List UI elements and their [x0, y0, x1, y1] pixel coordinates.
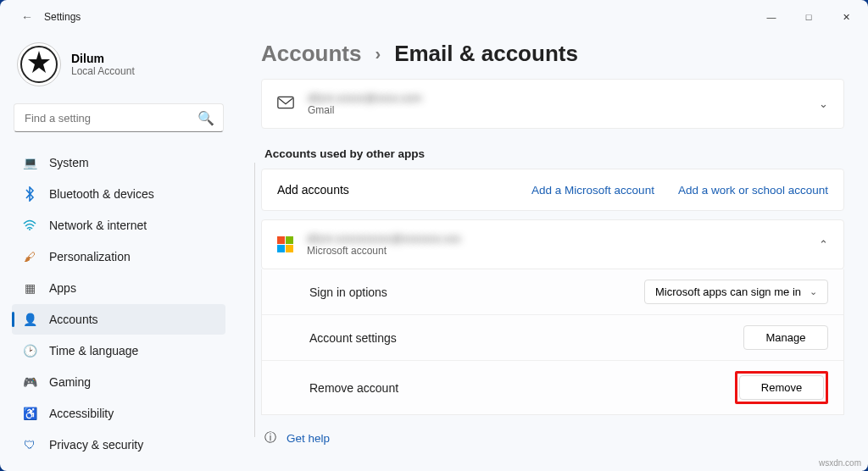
add-accounts-label: Add accounts — [277, 183, 508, 197]
microsoft-logo-icon — [277, 236, 293, 252]
highlight-box: Remove — [735, 371, 828, 404]
clock-icon: 🕑 — [22, 343, 37, 358]
nav-label: Time & language — [49, 344, 138, 357]
nav-privacy[interactable]: 🛡Privacy & security — [12, 429, 225, 460]
gmail-provider: Gmail — [308, 104, 805, 116]
account-settings-label: Account settings — [309, 331, 743, 345]
brush-icon: 🖌 — [22, 249, 37, 264]
nav-system[interactable]: 💻System — [12, 147, 225, 178]
section-other-apps-title: Accounts used by other apps — [261, 129, 844, 169]
shield-icon: 🛡 — [22, 437, 37, 452]
profile-block[interactable]: Dilum Local Account — [10, 34, 227, 100]
get-help-label: Get help — [287, 432, 330, 445]
microsoft-account-card[interactable]: dilum.xxxxxxxxxx@xxxxxxx.xxx Microsoft a… — [261, 219, 844, 269]
gaming-icon: 🎮 — [22, 374, 37, 390]
monitor-icon: 💻 — [22, 155, 37, 170]
page-title: Email & accounts — [394, 41, 578, 67]
nav-label: System — [49, 156, 89, 169]
profile-subtitle: Local Account — [71, 65, 135, 77]
nav-label: Network & internet — [49, 219, 147, 232]
titlebar: ← Settings — □ ✕ — [0, 0, 868, 34]
signin-options-dropdown[interactable]: Microsoft apps can sign me in ⌄ — [644, 280, 828, 304]
breadcrumb-root[interactable]: Accounts — [261, 41, 361, 67]
nav-label: Accessibility — [49, 407, 114, 420]
nav-network[interactable]: Network & internet — [12, 210, 225, 241]
ms-provider: Microsoft account — [307, 245, 805, 257]
signin-options-label: Sign in options — [309, 285, 644, 299]
add-work-school-account-link[interactable]: Add a work or school account — [678, 184, 828, 197]
wifi-icon — [22, 218, 37, 233]
mail-icon — [277, 96, 294, 113]
nav-label: Privacy & security — [49, 438, 143, 452]
nav-accessibility[interactable]: ♿Accessibility — [12, 398, 225, 429]
nav-accounts[interactable]: 👤Accounts — [12, 304, 225, 335]
remove-account-label: Remove account — [309, 381, 735, 395]
nav-personalization[interactable]: 🖌Personalization — [12, 241, 225, 272]
accessibility-icon: ♿ — [22, 406, 37, 421]
search-box[interactable]: 🔍 — [14, 103, 224, 132]
nav-bluetooth[interactable]: Bluetooth & devices — [12, 179, 225, 209]
nav-label: Bluetooth & devices — [49, 187, 154, 201]
get-help-link[interactable]: ⓘ Get help — [261, 415, 844, 461]
signin-options-value: Microsoft apps can sign me in — [655, 285, 801, 298]
main-pane: Accounts › Email & accounts dilum.xxxxx@… — [237, 34, 868, 471]
remove-account-row: Remove account Remove — [262, 360, 843, 414]
nav-label: Gaming — [49, 375, 91, 389]
manage-button[interactable]: Manage — [743, 325, 828, 350]
bluetooth-icon — [22, 186, 37, 202]
minimize-button[interactable]: — — [753, 3, 790, 30]
signin-options-row: Sign in options Microsoft apps can sign … — [262, 269, 843, 314]
gmail-account-card[interactable]: dilum.xxxxx@xxxx.com Gmail ⌄ — [261, 79, 844, 129]
chevron-down-icon[interactable]: ⌄ — [819, 97, 828, 110]
watermark: wsxdn.com — [819, 458, 861, 468]
close-button[interactable]: ✕ — [827, 3, 865, 30]
sidebar: Dilum Local Account 🔍 💻System Bluetooth … — [0, 34, 237, 471]
profile-name: Dilum — [71, 52, 135, 65]
nav-label: Accounts — [49, 313, 98, 326]
help-icon: ⓘ — [264, 430, 276, 446]
gmail-email: dilum.xxxxx@xxxx.com — [308, 91, 805, 104]
vertical-divider — [254, 163, 255, 437]
ms-email: dilum.xxxxxxxxxx@xxxxxxx.xxx — [307, 232, 805, 245]
avatar — [17, 42, 61, 86]
settings-window: ← Settings — □ ✕ Dilum Local Account 🔍 — [0, 0, 868, 471]
search-icon: 🔍 — [198, 110, 214, 126]
maximize-button[interactable]: □ — [790, 3, 827, 30]
svg-point-2 — [29, 229, 31, 230]
apps-icon: ▦ — [22, 280, 37, 296]
remove-button[interactable]: Remove — [739, 375, 824, 400]
nav-label: Apps — [49, 281, 76, 295]
chevron-up-icon[interactable]: ⌃ — [819, 238, 828, 251]
nav-list: 💻System Bluetooth & devices Network & in… — [10, 146, 227, 462]
nav-label: Personalization — [49, 250, 131, 263]
ms-account-expanded: Sign in options Microsoft apps can sign … — [261, 269, 844, 415]
account-settings-row: Account settings Manage — [262, 314, 843, 360]
chevron-right-icon: › — [375, 44, 381, 64]
window-title: Settings — [44, 11, 81, 23]
add-accounts-card: Add accounts Add a Microsoft account Add… — [261, 169, 844, 211]
nav-apps[interactable]: ▦Apps — [12, 273, 225, 303]
nav-time[interactable]: 🕑Time & language — [12, 335, 225, 366]
nav-gaming[interactable]: 🎮Gaming — [12, 367, 225, 397]
add-microsoft-account-link[interactable]: Add a Microsoft account — [531, 184, 654, 197]
person-icon: 👤 — [22, 312, 37, 327]
svg-rect-3 — [278, 97, 293, 108]
search-input[interactable] — [23, 111, 198, 125]
back-button[interactable]: ← — [15, 10, 39, 24]
chevron-down-icon: ⌄ — [810, 286, 817, 297]
breadcrumb: Accounts › Email & accounts — [261, 39, 844, 79]
